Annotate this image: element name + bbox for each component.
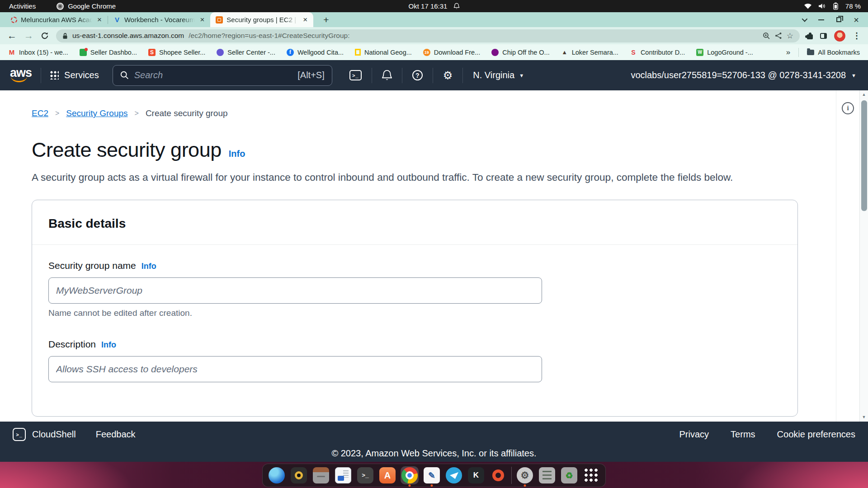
minimize-button[interactable] <box>818 19 824 20</box>
cookie-preferences-link[interactable]: Cookie preferences <box>777 429 855 440</box>
close-icon[interactable]: × <box>198 16 206 23</box>
system-top-bar: Activities Google Chrome Okt 17 16:31 78… <box>0 0 868 12</box>
all-bookmarks-button[interactable]: All Bookmarks <box>807 49 860 56</box>
description-input[interactable] <box>48 356 542 382</box>
info-panel-icon[interactable]: i <box>842 102 854 114</box>
facebook-icon: f <box>287 49 294 56</box>
scroll-up-icon[interactable]: ▲ <box>862 93 866 97</box>
system-tray[interactable]: 78 % <box>804 2 861 10</box>
back-button[interactable]: ← <box>7 30 17 41</box>
window-close-button[interactable]: × <box>854 15 859 24</box>
bookmark-label: Contributor D... <box>641 49 685 56</box>
bookmark-label: National Geog... <box>364 49 412 56</box>
dock-ms-office-icon[interactable] <box>489 466 507 484</box>
dock-libreoffice-writer-icon[interactable] <box>334 466 352 484</box>
profile-avatar[interactable] <box>834 30 845 42</box>
cloudshell-footer-button[interactable]: >_ CloudShell <box>13 428 76 441</box>
breadcrumb-ec2-link[interactable]: EC2 <box>32 108 48 118</box>
dock: >_ A ✎ K ⚙ ♻ <box>262 464 606 487</box>
ec2-favicon <box>216 16 223 23</box>
forward-button[interactable]: → <box>24 30 33 41</box>
dock-rhythmbox-icon[interactable] <box>290 466 308 484</box>
title-info-link[interactable]: Info <box>229 149 245 159</box>
bookmark-download-free[interactable]: 19Download Fre... <box>423 49 480 56</box>
breadcrumb-security-groups-link[interactable]: Security Groups <box>66 108 127 118</box>
bookmark-star-icon[interactable]: ☆ <box>787 31 793 41</box>
privacy-link[interactable]: Privacy <box>679 429 709 440</box>
bookmark-wellgood[interactable]: fWellgood Cita... <box>287 49 344 56</box>
account-menu[interactable]: voclabs/user2755819=52706-133 @ 0278-314… <box>631 70 856 80</box>
bookmark-seller-dashboard[interactable]: Seller Dashbo... <box>80 49 137 56</box>
focused-app-indicator[interactable]: Google Chrome <box>57 2 116 10</box>
bookmark-contributor[interactable]: SContributor D... <box>630 49 685 56</box>
dock-text-editor-icon[interactable]: ✎ <box>423 466 441 484</box>
dock-kde-connect-icon[interactable]: K <box>467 466 485 484</box>
scrollbar-thumb[interactable] <box>861 100 867 211</box>
name-info-link[interactable]: Info <box>142 262 156 271</box>
extensions-icon[interactable] <box>807 34 813 39</box>
notifications-bell-button[interactable] <box>372 70 402 81</box>
dock-settings-icon[interactable]: ⚙ <box>516 466 534 484</box>
terms-link[interactable]: Terms <box>731 429 755 440</box>
dock-chrome-icon[interactable] <box>401 466 419 484</box>
region-selector[interactable]: N. Virginia ▼ <box>463 70 534 80</box>
wifi-icon <box>804 3 811 9</box>
dock-show-apps-icon[interactable] <box>582 466 600 484</box>
cloudshell-header-button[interactable]: >_ <box>340 70 372 80</box>
dock-telegram-icon[interactable] <box>445 466 463 484</box>
side-panel-icon[interactable] <box>820 33 827 39</box>
seller-dashboard-icon <box>80 49 87 56</box>
search-input[interactable] <box>134 70 292 80</box>
bookmark-logoground[interactable]: WLogoGround -... <box>696 49 753 56</box>
share-icon[interactable] <box>775 32 782 39</box>
services-menu-button[interactable]: Services <box>50 70 99 80</box>
aws-logo[interactable]: aws <box>10 68 32 82</box>
browser-menu-icon[interactable]: ⋮ <box>853 31 861 41</box>
bookmark-loker[interactable]: ▲Loker Semara... <box>561 49 618 56</box>
bookmark-inbox[interactable]: MInbox (15) - we... <box>8 49 68 56</box>
bookmark-chip-off[interactable]: Chip Off the O... <box>491 49 550 56</box>
services-grid-icon <box>50 71 59 80</box>
tab-search-chevron-icon[interactable] <box>802 16 808 22</box>
reload-button[interactable] <box>41 32 49 40</box>
tab-vocareum[interactable]: V Workbench - Vocareum × <box>108 12 210 27</box>
dock-trash-icon[interactable]: ♻ <box>560 466 578 484</box>
loker-icon: ▲ <box>561 49 568 56</box>
page-scrollbar[interactable]: ▲ ▼ <box>859 90 868 422</box>
address-bar[interactable]: us-east-1.console.aws.amazon.com/ec2/hom… <box>56 29 800 42</box>
tab-title: Workbench - Vocareum <box>124 16 195 23</box>
security-group-name-input[interactable] <box>48 277 542 304</box>
scroll-down-icon[interactable]: ▼ <box>862 415 866 419</box>
dock-software-store-icon[interactable]: A <box>378 466 396 484</box>
bookmark-seller-center[interactable]: Seller Center -... <box>217 49 275 56</box>
bookmarks-overflow-icon[interactable]: » <box>786 48 790 57</box>
settings-header-button[interactable]: ⚙ <box>433 70 463 81</box>
dock-system-monitor-icon[interactable] <box>538 466 556 484</box>
close-icon[interactable]: × <box>302 16 309 23</box>
tab-aws-academy[interactable]: Meluncurkan AWS Academy × <box>5 12 108 27</box>
region-label: N. Virginia <box>473 70 514 80</box>
bookmark-natgeo[interactable]: National Geog... <box>355 49 412 56</box>
zoom-icon[interactable] <box>763 32 770 40</box>
activities-button[interactable]: Activities <box>9 2 36 10</box>
description-info-link[interactable]: Info <box>101 340 116 350</box>
vocareum-favicon: V <box>113 16 121 23</box>
clock-area[interactable]: Okt 17 16:31 <box>409 2 460 10</box>
gmail-icon: M <box>8 49 15 56</box>
services-label: Services <box>64 70 99 80</box>
chip-off-icon <box>491 49 499 56</box>
bookmarks-divider <box>798 48 799 57</box>
dock-files-icon[interactable] <box>312 466 330 484</box>
dock-terminal-icon[interactable]: >_ <box>356 466 374 484</box>
bookmark-shopee[interactable]: SShopee Seller... <box>148 49 205 56</box>
tab-ec2-security-groups[interactable]: Security groups | EC2 | us-e × <box>210 12 313 27</box>
aws-search-box[interactable]: [Alt+S] <box>113 65 332 86</box>
help-button[interactable]: ? <box>402 70 433 80</box>
close-icon[interactable]: × <box>96 16 103 23</box>
restore-button[interactable] <box>836 17 841 22</box>
security-group-name-label: Security group name <box>48 260 136 271</box>
feedback-link[interactable]: Feedback <box>96 429 136 440</box>
chrome-app-icon <box>57 3 64 10</box>
new-tab-button[interactable]: + <box>320 14 332 25</box>
dock-thunderbird-icon[interactable] <box>268 466 286 484</box>
